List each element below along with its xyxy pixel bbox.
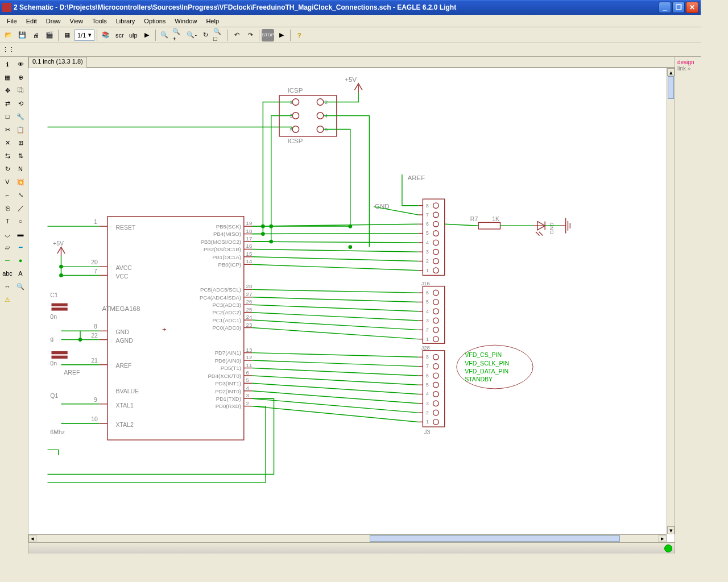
erc-icon[interactable]: 🔍 [14, 280, 27, 293]
zoom-select-icon[interactable]: 🔍□ [213, 29, 225, 41]
split-icon[interactable]: ⤡ [14, 189, 27, 201]
board-icon[interactable]: ▦ [61, 29, 73, 41]
ulp-icon[interactable]: ulp [127, 29, 139, 41]
menu-help[interactable]: Help [201, 16, 224, 26]
schematic-canvas[interactable]: ICSP ICSP 1 2 3 4 5 6 +5V AREF GND ATMEG… [28, 68, 667, 534]
move-icon[interactable]: ✥ [1, 84, 14, 97]
open-icon[interactable]: 📂 [2, 29, 15, 41]
junction-icon[interactable]: ● [14, 254, 27, 267]
stop-icon[interactable]: STOP [262, 29, 274, 41]
circle-icon[interactable]: ○ [14, 215, 27, 227]
menu-draw[interactable]: Draw [42, 16, 65, 26]
hscroll-thumb[interactable] [370, 535, 620, 542]
add-icon[interactable]: ⊞ [14, 136, 27, 149]
toolbar: 📂 💾 🖨 🎬 ▦ 1/1▾ 📚 scr ulp ▶ 🔍 🔍+ 🔍- ↻ 🔍□ … [0, 27, 701, 43]
zoom-in-icon[interactable]: 🔍+ [172, 29, 184, 41]
mirror-icon[interactable]: ⇄ [1, 97, 14, 110]
menu-library[interactable]: Library [111, 16, 140, 26]
menu-view[interactable]: View [65, 16, 88, 26]
svg-text:BVALUE: BVALUE [115, 388, 139, 394]
arc-icon[interactable]: ◡ [1, 228, 14, 240]
zoom-fit-icon[interactable]: 🔍 [158, 29, 171, 41]
svg-point-166 [433, 392, 439, 397]
grid-icon[interactable]: ⋮⋮ [2, 44, 15, 56]
zoom-out-icon[interactable]: 🔍- [185, 29, 198, 41]
scroll-left-icon[interactable]: ◂ [28, 535, 36, 542]
svg-text:PB5(SCK): PB5(SCK) [216, 223, 241, 230]
layers-icon[interactable]: ▦ [1, 71, 14, 84]
net-icon[interactable]: ─ [1, 254, 14, 267]
close-button[interactable]: ✕ [686, 2, 698, 13]
polygon-icon[interactable]: ▱ [1, 241, 14, 253]
attribute-icon[interactable]: A [14, 267, 27, 280]
menu-window[interactable]: Window [170, 16, 201, 26]
zoom-redraw-icon[interactable]: ↻ [199, 29, 212, 41]
scroll-right-icon[interactable]: ▸ [659, 535, 667, 542]
svg-text:3: 3 [246, 392, 249, 398]
gateswap-icon[interactable]: ⇅ [14, 149, 27, 162]
errors-icon[interactable]: ⚠ [1, 293, 14, 306]
use-icon[interactable]: 📚 [100, 29, 112, 41]
scroll-down-icon[interactable]: ▾ [667, 526, 675, 534]
svg-text:1: 1 [94, 218, 97, 225]
wire-icon[interactable]: ／ [14, 202, 27, 214]
menu-edit[interactable]: Edit [22, 16, 42, 26]
svg-text:+5V: +5V [53, 240, 64, 247]
sheet-selector[interactable]: 1/1▾ [75, 30, 94, 41]
vscroll-thumb[interactable] [668, 76, 674, 99]
change-icon[interactable]: 🔧 [14, 110, 27, 123]
miter-icon[interactable]: ⌐ [1, 189, 14, 201]
cam-icon[interactable]: 🎬 [43, 29, 56, 41]
help-icon[interactable]: ? [293, 29, 305, 41]
bus-icon[interactable]: ━ [14, 241, 27, 253]
svg-text:26: 26 [246, 298, 253, 305]
minimize-button[interactable]: _ [659, 2, 671, 13]
horizontal-scrollbar[interactable]: ◂ ▸ [28, 534, 667, 542]
svg-text:16: 16 [246, 243, 253, 249]
label-icon[interactable]: abc [1, 267, 14, 280]
undo-icon[interactable]: ↶ [230, 29, 243, 41]
print-icon[interactable]: 🖨 [30, 29, 42, 41]
copy-icon[interactable]: ⿻ [14, 84, 27, 97]
show-icon[interactable]: 👁 [14, 58, 27, 70]
delete-icon[interactable]: ✕ [1, 136, 14, 149]
svg-point-172 [433, 410, 439, 415]
name-icon[interactable]: N [14, 163, 27, 175]
scroll-up-icon[interactable]: ▴ [667, 68, 675, 76]
pinswap-icon[interactable]: ⇆ [1, 149, 14, 162]
coord-display: 0.1 inch (13.3 1.8) [28, 57, 87, 68]
mark-icon[interactable]: ⊕ [14, 71, 27, 84]
script-icon[interactable]: scr [113, 29, 126, 41]
dimension-icon[interactable]: ↔ [1, 280, 14, 293]
save-icon[interactable]: 💾 [16, 29, 28, 41]
svg-text:4: 4 [426, 391, 429, 397]
rotate-icon[interactable]: ⟲ [14, 97, 27, 110]
replace-icon[interactable]: ↻ [1, 163, 14, 175]
svg-text:STANDBY: STANDBY [465, 376, 493, 383]
run-icon[interactable]: ▶ [140, 29, 153, 41]
text-icon[interactable]: T [1, 215, 14, 227]
svg-text:5: 5 [426, 382, 429, 388]
svg-point-143 [433, 318, 439, 323]
group-icon[interactable]: □ [1, 110, 14, 123]
redo-icon[interactable]: ↷ [244, 29, 257, 41]
svg-text:5: 5 [426, 299, 429, 305]
menu-options[interactable]: Options [139, 16, 170, 26]
info-icon[interactable]: ℹ [1, 58, 14, 70]
invoke-icon[interactable]: ⎘ [1, 202, 14, 214]
menu-file[interactable]: File [2, 16, 22, 26]
paste-icon[interactable]: 📋 [14, 123, 27, 136]
svg-text:2: 2 [246, 400, 249, 406]
go-icon[interactable]: ▶ [275, 29, 288, 41]
menu-tools[interactable]: Tools [88, 16, 111, 26]
value-icon[interactable]: V [1, 176, 14, 188]
smash-icon[interactable]: 💥 [14, 176, 27, 188]
svg-text:18: 18 [246, 228, 253, 234]
svg-text:4: 4 [426, 240, 429, 246]
svg-point-157 [433, 364, 439, 369]
design-link-panel[interactable]: design link » [675, 57, 701, 554]
vertical-scrollbar[interactable]: ▴ ▾ [667, 68, 675, 534]
rect-icon[interactable]: ▬ [14, 228, 27, 240]
cut-icon[interactable]: ✂ [1, 123, 14, 136]
maximize-button[interactable]: ❐ [672, 2, 685, 13]
